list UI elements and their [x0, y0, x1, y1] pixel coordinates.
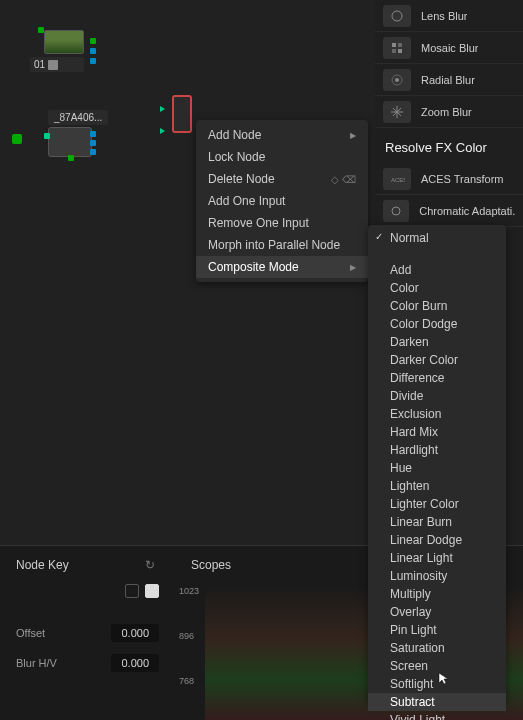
composite-hue[interactable]: Hue	[368, 459, 506, 477]
node-port[interactable]	[90, 38, 96, 44]
offset-value[interactable]: 0.000	[111, 624, 159, 642]
composite-screen[interactable]: Screen	[368, 657, 506, 675]
node-port[interactable]	[38, 27, 44, 33]
fx-mosaic-blur[interactable]: Mosaic Blur	[375, 32, 523, 64]
svg-point-8	[392, 207, 400, 215]
menu-item-remove-input[interactable]: Remove One Input	[196, 212, 368, 234]
menu-item-morph-parallel[interactable]: Morph into Parallel Node	[196, 234, 368, 256]
menu-item-lock-node[interactable]: Lock Node	[196, 146, 368, 168]
composite-mode-submenu: Normal Add Color Color Burn Color Dodge …	[368, 225, 506, 703]
fx-lens-blur[interactable]: Lens Blur	[375, 0, 523, 32]
svg-rect-4	[398, 49, 402, 53]
chevron-right-icon: ▶	[350, 131, 356, 140]
menu-item-composite-mode[interactable]: Composite Mode ▶	[196, 256, 368, 278]
composite-multiply[interactable]: Multiply	[368, 585, 506, 603]
composite-softlight[interactable]: Softlight	[368, 675, 506, 693]
composite-color-burn[interactable]: Color Burn	[368, 297, 506, 315]
clip-icon	[48, 60, 58, 70]
selected-node[interactable]	[172, 95, 192, 133]
composite-color-dodge[interactable]: Color Dodge	[368, 315, 506, 333]
scope-tick: 768	[179, 676, 194, 686]
composite-exclusion[interactable]: Exclusion	[368, 405, 506, 423]
aces-icon: ACES	[383, 168, 411, 190]
lens-blur-icon	[383, 5, 411, 27]
scope-tick: 896	[179, 631, 194, 641]
composite-hard-mix[interactable]: Hard Mix	[368, 423, 506, 441]
fx-aces-transform[interactable]: ACES ACES Transform	[375, 163, 523, 195]
composite-vivid-light[interactable]: Vivid Light	[368, 711, 506, 720]
node-body[interactable]	[48, 127, 92, 157]
clip-node[interactable]: 01	[30, 30, 84, 72]
svg-rect-1	[392, 43, 396, 47]
composite-add[interactable]: Add	[368, 261, 506, 279]
node-port[interactable]	[90, 58, 96, 64]
link-arrow-icon	[160, 106, 165, 112]
menu-item-delete-node[interactable]: Delete Node ◇ ⌫	[196, 168, 368, 190]
node-port[interactable]	[68, 155, 74, 161]
composite-color[interactable]: Color	[368, 279, 506, 297]
menu-item-add-input[interactable]: Add One Input	[196, 190, 368, 212]
composite-overlay[interactable]: Overlay	[368, 603, 506, 621]
chevron-right-icon: ▶	[350, 263, 356, 272]
scope-tick: 1023	[179, 586, 199, 596]
composite-saturation[interactable]: Saturation	[368, 639, 506, 657]
composite-hardlight[interactable]: Hardlight	[368, 441, 506, 459]
node-port[interactable]	[90, 131, 96, 137]
composite-normal[interactable]: Normal	[368, 229, 506, 247]
zoom-blur-icon	[383, 101, 411, 123]
offset-label: Offset	[16, 627, 45, 639]
radial-blur-icon	[383, 69, 411, 91]
clip-label: 01	[34, 59, 45, 70]
node-port[interactable]	[90, 48, 96, 54]
node-key-panel: Node Key ↻ Offset 0.000 Blur H/V 0.000	[0, 546, 175, 720]
svg-rect-2	[398, 43, 402, 47]
mosaic-blur-icon	[383, 37, 411, 59]
svg-rect-3	[392, 49, 396, 53]
link-arrow-icon	[160, 128, 165, 134]
composite-subtract[interactable]: Subtract	[368, 693, 506, 711]
svg-text:ACES: ACES	[391, 177, 405, 183]
blur-value[interactable]: 0.000	[111, 654, 159, 672]
node-port[interactable]	[44, 133, 50, 139]
node-context-menu: Add Node ▶ Lock Node Delete Node ◇ ⌫ Add…	[196, 120, 368, 282]
composite-lighter-color[interactable]: Lighter Color	[368, 495, 506, 513]
composite-pin-light[interactable]: Pin Light	[368, 621, 506, 639]
small-node[interactable]	[12, 134, 22, 144]
node-label: _87A406...	[48, 110, 108, 125]
composite-luminosity[interactable]: Luminosity	[368, 567, 506, 585]
blur-label: Blur H/V	[16, 657, 57, 669]
composite-linear-light[interactable]: Linear Light	[368, 549, 506, 567]
shortcut-icons: ◇ ⌫	[331, 174, 356, 185]
color-node[interactable]: _87A406...	[48, 110, 108, 157]
fx-color-header: Resolve FX Color	[375, 128, 523, 163]
composite-linear-burn[interactable]: Linear Burn	[368, 513, 506, 531]
composite-darken[interactable]: Darken	[368, 333, 506, 351]
fx-radial-blur[interactable]: Radial Blur	[375, 64, 523, 96]
svg-point-5	[395, 78, 399, 82]
fx-chromatic-adapt[interactable]: Chromatic Adaptati...	[375, 195, 523, 227]
menu-item-add-node[interactable]: Add Node ▶	[196, 124, 368, 146]
fx-zoom-blur[interactable]: Zoom Blur	[375, 96, 523, 128]
chromatic-icon	[383, 200, 409, 222]
composite-divide[interactable]: Divide	[368, 387, 506, 405]
composite-lighten[interactable]: Lighten	[368, 477, 506, 495]
key-mode-1[interactable]	[125, 584, 139, 598]
clip-thumbnail	[44, 30, 84, 54]
key-mode-2[interactable]	[145, 584, 159, 598]
reset-icon[interactable]: ↻	[145, 558, 159, 572]
composite-darker-color[interactable]: Darker Color	[368, 351, 506, 369]
node-port[interactable]	[90, 149, 96, 155]
node-key-title: Node Key	[16, 558, 69, 572]
composite-linear-dodge[interactable]: Linear Dodge	[368, 531, 506, 549]
svg-point-0	[392, 11, 402, 21]
composite-difference[interactable]: Difference	[368, 369, 506, 387]
node-port[interactable]	[90, 140, 96, 146]
